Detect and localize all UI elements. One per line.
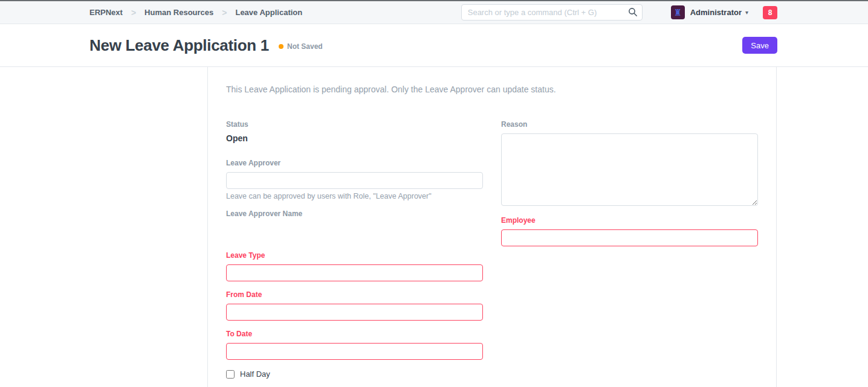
employee-field: Employee [501, 216, 758, 246]
half-day-label: Half Day [240, 369, 270, 379]
half-day-checkbox[interactable] [226, 370, 235, 379]
breadcrumb-human-resources[interactable]: Human Resources [144, 8, 213, 17]
leave-type-input[interactable] [226, 264, 483, 281]
chevron-right-icon: > [131, 8, 136, 18]
leave-approver-name-field: Leave Approver Name [226, 209, 483, 242]
status-value: Open [226, 133, 483, 143]
breadcrumb: ERPNext > Human Resources > Leave Applic… [89, 8, 302, 18]
status-field: Status Open [226, 120, 483, 143]
leave-approver-name-label: Leave Approver Name [226, 209, 483, 218]
reason-label: Reason [501, 120, 758, 129]
status-indicator: Not Saved [279, 42, 323, 51]
leave-type-label: Leave Type [226, 251, 483, 260]
form-column-left: Status Open Leave Approver Leave can be … [217, 120, 492, 379]
user-name: Administrator [690, 8, 742, 17]
from-date-field: From Date [226, 290, 483, 321]
to-date-label: To Date [226, 330, 483, 338]
half-day-field: Half Day [226, 369, 483, 379]
search-input[interactable] [461, 4, 643, 21]
from-date-input[interactable] [226, 304, 483, 321]
page-title: New Leave Application 1 [89, 36, 269, 55]
reason-field: Reason [501, 120, 758, 208]
global-search [461, 4, 643, 21]
employee-label: Employee [501, 216, 758, 225]
breadcrumb-leave-application[interactable]: Leave Application [235, 8, 302, 17]
page-body: This Leave Application is pending approv… [0, 67, 868, 387]
from-date-label: From Date [226, 290, 483, 299]
pending-approval-message: This Leave Application is pending approv… [217, 83, 767, 95]
avatar: ♜ [671, 5, 685, 19]
notifications-badge[interactable]: 8 [763, 6, 777, 19]
navbar-right: ♜ Administrator ▾ 8 [461, 4, 777, 21]
chevron-right-icon: > [222, 8, 227, 18]
not-saved-label: Not Saved [287, 42, 323, 51]
to-date-input[interactable] [226, 343, 483, 360]
form-grid: Status Open Leave Approver Leave can be … [217, 120, 767, 379]
breadcrumb-erpnext[interactable]: ERPNext [89, 8, 123, 17]
employee-input[interactable] [501, 229, 758, 246]
not-saved-dot-icon [279, 44, 283, 49]
user-menu[interactable]: ♜ Administrator ▾ [671, 5, 748, 19]
form-panel: This Leave Application is pending approv… [207, 67, 777, 387]
leave-approver-field: Leave Approver Leave can be approved by … [226, 159, 483, 200]
leave-approver-name-value [226, 223, 483, 242]
to-date-field: To Date [226, 330, 483, 360]
page-head: New Leave Application 1 Not Saved Save [0, 24, 868, 67]
form-column-right: Reason Employee [492, 120, 767, 379]
save-button[interactable]: Save [742, 37, 777, 54]
search-icon [628, 7, 638, 17]
reason-textarea[interactable] [501, 133, 758, 206]
leave-type-field: Leave Type [226, 251, 483, 281]
leave-approver-help: Leave can be approved by users with Role… [226, 192, 483, 200]
status-label: Status [226, 120, 483, 129]
navbar: ERPNext > Human Resources > Leave Applic… [0, 1, 868, 24]
caret-down-icon: ▾ [745, 9, 748, 16]
leave-approver-input[interactable] [226, 172, 483, 189]
leave-approver-label: Leave Approver [226, 159, 483, 167]
